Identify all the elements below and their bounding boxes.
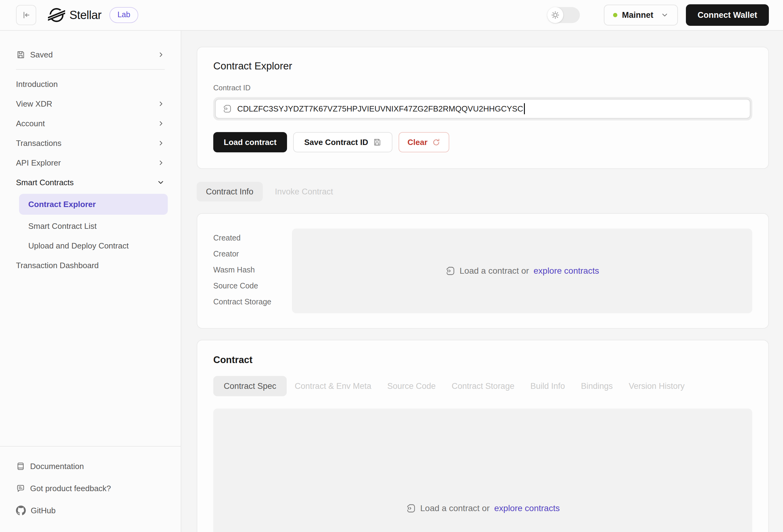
chevron-right-icon	[157, 139, 165, 147]
page-title: Contract Explorer	[213, 60, 752, 72]
sidebar-item-github[interactable]: GitHub	[0, 499, 181, 522]
text-cursor	[524, 103, 525, 114]
load-contract-button[interactable]: Load contract	[213, 132, 287, 152]
label-contract-storage: Contract Storage	[213, 297, 292, 313]
contract-card: Contract Contract Spec Contract & Env Me…	[197, 340, 769, 532]
sidebar-item-label: Transactions	[16, 138, 61, 148]
contract-id-value: CDLZFC3SYJYDZT7K67VZ75HPJVIEUVNIXF47ZG2F…	[237, 104, 523, 114]
label-source-code: Source Code	[213, 281, 292, 297]
sidebar-item-label: GitHub	[31, 506, 56, 516]
empty-state-text: Load a contract or	[460, 266, 529, 276]
label-wasm-hash: Wasm Hash	[213, 265, 292, 281]
sidebar-item-account[interactable]: Account	[0, 114, 181, 133]
save-icon	[16, 50, 25, 59]
contract-tabs: Contract Info Invoke Contract	[197, 182, 769, 201]
save-contract-id-label: Save Contract ID	[304, 138, 368, 147]
sidebar-item-introduction[interactable]: Introduction	[0, 74, 181, 94]
chevron-down-icon	[157, 178, 165, 187]
sidebar-item-label: Smart Contracts	[16, 178, 74, 187]
contract-id-input-ring: CDLZFC3SYJYDZT7K67VZ75HPJVIEUVNIXF47ZG2F…	[213, 97, 752, 121]
chevron-right-icon	[157, 120, 165, 127]
tab-contract-storage[interactable]: Contract Storage	[444, 376, 523, 396]
sidebar-item-label: View XDR	[16, 99, 52, 109]
contract-id-input[interactable]: CDLZFC3SYJYDZT7K67VZ75HPJVIEUVNIXF47ZG2F…	[215, 99, 750, 119]
sidebar-item-label: Saved	[30, 50, 53, 60]
sidebar-item-transaction-dashboard[interactable]: Transaction Dashboard	[0, 256, 181, 275]
theme-toggle[interactable]	[547, 7, 580, 23]
clear-button[interactable]: Clear	[399, 132, 449, 152]
feedback-bubble-icon	[16, 484, 25, 493]
sidebar-item-label: Transaction Dashboard	[16, 261, 99, 270]
app-header: Stellar Lab Mainnet Connect	[0, 0, 783, 31]
save-contract-id-button[interactable]: Save Contract ID	[293, 132, 393, 152]
sidebar-item-label: Upload and Deploy Contract	[28, 241, 129, 251]
tab-source-code[interactable]: Source Code	[379, 376, 444, 396]
explore-contracts-link[interactable]: explore contracts	[494, 503, 560, 513]
label-created: Created	[213, 233, 292, 250]
chevron-right-icon	[157, 100, 165, 107]
sidebar-divider	[16, 69, 165, 70]
chevron-right-icon	[157, 159, 165, 166]
network-status-dot	[613, 13, 617, 17]
tab-contract-spec[interactable]: Contract Spec	[213, 376, 287, 396]
sidebar-item-label: Smart Contract List	[28, 222, 97, 231]
brand-name: Stellar	[69, 9, 101, 22]
contract-empty-state: Load a contract or explore contracts	[213, 408, 752, 532]
contract-icon	[406, 503, 416, 513]
sidebar-item-view-xdr[interactable]: View XDR	[0, 94, 181, 114]
sun-icon	[551, 11, 560, 19]
contract-info-card: Created Creator Wasm Hash Source Code Co…	[197, 213, 769, 329]
contract-icon	[222, 104, 232, 113]
sidebar-item-label: Account	[16, 119, 45, 128]
tab-invoke-contract[interactable]: Invoke Contract	[266, 182, 342, 201]
sidebar-footer: Documentation Got product feedback? GitH…	[0, 446, 181, 532]
contract-detail-tabs: Contract Spec Contract & Env Meta Source…	[213, 376, 752, 396]
sidebar-item-saved[interactable]: Saved	[0, 45, 181, 65]
sidebar-item-label: Introduction	[16, 79, 58, 89]
connect-wallet-button[interactable]: Connect Wallet	[686, 4, 769, 26]
sidebar-item-label: Got product feedback?	[30, 484, 111, 493]
sidebar-item-upload-deploy-contract[interactable]: Upload and Deploy Contract	[0, 236, 181, 256]
sidebar-item-transactions[interactable]: Transactions	[0, 133, 181, 153]
sidebar-item-smart-contract-list[interactable]: Smart Contract List	[0, 216, 181, 236]
sidebar-item-label: Documentation	[30, 462, 84, 471]
tab-build-info[interactable]: Build Info	[523, 376, 573, 396]
network-label: Mainnet	[622, 10, 653, 20]
tab-version-history[interactable]: Version History	[621, 376, 693, 396]
empty-state-text: Load a contract or	[420, 503, 490, 513]
github-icon	[16, 506, 26, 516]
collapse-icon	[22, 11, 30, 19]
tab-contract-info[interactable]: Contract Info	[197, 182, 263, 201]
sidebar-item-label: Contract Explorer	[28, 200, 96, 209]
refresh-icon	[432, 138, 440, 146]
sidebar-item-smart-contracts[interactable]: Smart Contracts	[0, 173, 181, 192]
network-selector[interactable]: Mainnet	[604, 5, 678, 26]
lab-badge: Lab	[109, 7, 138, 23]
sidebar: Saved Introduction View XDR Account Tran…	[0, 31, 181, 532]
label-creator: Creator	[213, 250, 292, 265]
sidebar-item-documentation[interactable]: Documentation	[0, 455, 181, 477]
contract-card-title: Contract	[213, 355, 752, 366]
sidebar-item-label: API Explorer	[16, 158, 61, 168]
stellar-logo[interactable]: Stellar	[48, 6, 101, 24]
tab-contract-env-meta[interactable]: Contract & Env Meta	[287, 376, 379, 396]
chevron-right-icon	[157, 51, 165, 58]
sidebar-item-api-explorer[interactable]: API Explorer	[0, 153, 181, 173]
contract-icon	[445, 266, 455, 276]
tab-bindings[interactable]: Bindings	[573, 376, 621, 396]
sidebar-item-feedback[interactable]: Got product feedback?	[0, 477, 181, 499]
explore-contracts-link[interactable]: explore contracts	[533, 266, 599, 276]
stellar-logo-icon	[48, 6, 65, 24]
chevron-down-icon	[661, 11, 669, 19]
contract-explorer-card: Contract Explorer Contract ID CDLZFC3SYJ…	[197, 47, 769, 169]
collapse-sidebar-button[interactable]	[16, 5, 36, 25]
book-icon	[16, 462, 25, 471]
save-icon	[373, 138, 381, 146]
contract-id-label: Contract ID	[213, 84, 752, 92]
contract-info-empty-state: Load a contract or explore contracts	[292, 229, 752, 313]
clear-label: Clear	[407, 138, 428, 147]
sidebar-item-contract-explorer[interactable]: Contract Explorer	[19, 194, 168, 215]
main-content: Contract Explorer Contract ID CDLZFC3SYJ…	[181, 31, 783, 532]
contract-info-labels: Created Creator Wasm Hash Source Code Co…	[213, 229, 292, 313]
